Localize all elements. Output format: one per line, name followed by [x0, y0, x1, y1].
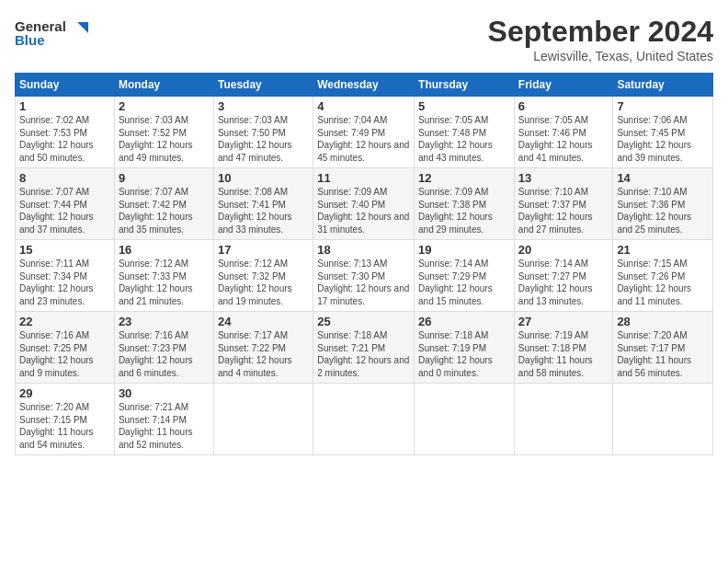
col-saturday: Saturday [613, 74, 713, 97]
table-row [213, 384, 313, 455]
col-tuesday: Tuesday [213, 74, 313, 97]
day-number: 18 [317, 243, 410, 257]
day-info: Sunrise: 7:20 AM Sunset: 7:17 PM Dayligh… [617, 329, 709, 379]
day-info: Sunrise: 7:02 AM Sunset: 7:53 PM Dayligh… [19, 114, 110, 164]
day-number: 26 [418, 315, 510, 328]
day-info: Sunrise: 7:10 AM Sunset: 7:37 PM Dayligh… [518, 186, 609, 236]
day-info: Sunrise: 7:14 AM Sunset: 7:27 PM Dayligh… [518, 258, 609, 307]
day-info: Sunrise: 7:03 AM Sunset: 7:50 PM Dayligh… [218, 114, 309, 164]
day-number: 25 [317, 315, 410, 328]
table-row: 21 Sunrise: 7:15 AM Sunset: 7:26 PM Dayl… [613, 240, 713, 312]
month-title: September 2024 [488, 15, 713, 49]
col-friday: Friday [514, 74, 613, 97]
day-number: 23 [119, 315, 210, 328]
table-row: 14 Sunrise: 7:10 AM Sunset: 7:36 PM Dayl… [613, 168, 713, 240]
day-number: 24 [218, 315, 309, 328]
day-info: Sunrise: 7:20 AM Sunset: 7:15 PM Dayligh… [19, 401, 110, 451]
table-row: 15 Sunrise: 7:11 AM Sunset: 7:34 PM Dayl… [16, 240, 115, 312]
day-number: 19 [418, 243, 510, 257]
day-info: Sunrise: 7:21 AM Sunset: 7:14 PM Dayligh… [119, 401, 210, 451]
day-number: 29 [19, 386, 110, 400]
day-number: 9 [119, 171, 210, 185]
day-number: 6 [518, 99, 609, 113]
day-info: Sunrise: 7:09 AM Sunset: 7:38 PM Dayligh… [418, 186, 510, 236]
location: Lewisville, Texas, United States [488, 49, 713, 63]
table-row [613, 384, 713, 455]
day-number: 3 [218, 99, 309, 113]
header: General Blue September 2024 Lewisville, … [15, 15, 713, 63]
table-row: 29 Sunrise: 7:20 AM Sunset: 7:15 PM Dayl… [16, 384, 115, 455]
table-row: 10 Sunrise: 7:08 AM Sunset: 7:41 PM Dayl… [213, 168, 313, 240]
day-info: Sunrise: 7:10 AM Sunset: 7:36 PM Dayligh… [617, 186, 709, 236]
day-info: Sunrise: 7:19 AM Sunset: 7:18 PM Dayligh… [518, 329, 609, 379]
day-info: Sunrise: 7:15 AM Sunset: 7:26 PM Dayligh… [617, 258, 709, 307]
table-row: 5 Sunrise: 7:05 AM Sunset: 7:48 PM Dayli… [415, 97, 515, 168]
calendar-week-row: 1 Sunrise: 7:02 AM Sunset: 7:53 PM Dayli… [16, 97, 713, 168]
day-info: Sunrise: 7:12 AM Sunset: 7:33 PM Dayligh… [119, 258, 210, 307]
day-number: 28 [617, 315, 709, 328]
col-monday: Monday [114, 74, 213, 97]
table-row [313, 384, 415, 455]
table-row: 26 Sunrise: 7:18 AM Sunset: 7:19 PM Dayl… [415, 312, 515, 384]
table-row: 8 Sunrise: 7:07 AM Sunset: 7:44 PM Dayli… [16, 168, 115, 240]
day-number: 11 [317, 171, 410, 185]
table-row: 24 Sunrise: 7:17 AM Sunset: 7:22 PM Dayl… [213, 312, 313, 384]
day-info: Sunrise: 7:04 AM Sunset: 7:49 PM Dayligh… [317, 114, 410, 164]
svg-marker-2 [77, 22, 88, 33]
table-row: 25 Sunrise: 7:18 AM Sunset: 7:21 PM Dayl… [313, 312, 415, 384]
table-row: 12 Sunrise: 7:09 AM Sunset: 7:38 PM Dayl… [415, 168, 515, 240]
table-row: 18 Sunrise: 7:13 AM Sunset: 7:30 PM Dayl… [313, 240, 415, 312]
day-info: Sunrise: 7:06 AM Sunset: 7:45 PM Dayligh… [617, 114, 709, 164]
day-number: 17 [218, 243, 309, 257]
day-number: 21 [617, 243, 709, 257]
table-row: 4 Sunrise: 7:04 AM Sunset: 7:49 PM Dayli… [313, 97, 415, 168]
day-info: Sunrise: 7:18 AM Sunset: 7:21 PM Dayligh… [317, 329, 410, 379]
svg-text:Blue: Blue [15, 32, 45, 48]
table-row: 22 Sunrise: 7:16 AM Sunset: 7:25 PM Dayl… [16, 312, 115, 384]
logo: General Blue [15, 15, 97, 52]
table-row [514, 384, 613, 455]
calendar-week-row: 15 Sunrise: 7:11 AM Sunset: 7:34 PM Dayl… [16, 240, 713, 312]
day-info: Sunrise: 7:11 AM Sunset: 7:34 PM Dayligh… [19, 258, 110, 307]
day-number: 10 [218, 171, 309, 185]
day-info: Sunrise: 7:03 AM Sunset: 7:52 PM Dayligh… [119, 114, 210, 164]
col-thursday: Thursday [415, 74, 515, 97]
day-info: Sunrise: 7:05 AM Sunset: 7:46 PM Dayligh… [518, 114, 609, 164]
day-info: Sunrise: 7:08 AM Sunset: 7:41 PM Dayligh… [218, 186, 309, 236]
day-number: 13 [518, 171, 609, 185]
calendar-table: Sunday Monday Tuesday Wednesday Thursday… [15, 73, 713, 455]
table-row: 7 Sunrise: 7:06 AM Sunset: 7:45 PM Dayli… [613, 97, 713, 168]
table-row: 11 Sunrise: 7:09 AM Sunset: 7:40 PM Dayl… [313, 168, 415, 240]
table-row: 23 Sunrise: 7:16 AM Sunset: 7:23 PM Dayl… [114, 312, 213, 384]
day-info: Sunrise: 7:16 AM Sunset: 7:23 PM Dayligh… [119, 329, 210, 379]
day-number: 27 [518, 315, 609, 328]
table-row: 3 Sunrise: 7:03 AM Sunset: 7:50 PM Dayli… [213, 97, 313, 168]
day-number: 15 [19, 243, 110, 257]
day-info: Sunrise: 7:09 AM Sunset: 7:40 PM Dayligh… [317, 186, 410, 236]
logo-icon: General Blue [15, 15, 97, 52]
calendar-week-row: 29 Sunrise: 7:20 AM Sunset: 7:15 PM Dayl… [16, 384, 713, 455]
day-number: 8 [19, 171, 110, 185]
day-info: Sunrise: 7:18 AM Sunset: 7:19 PM Dayligh… [418, 329, 510, 379]
day-number: 7 [617, 99, 709, 113]
table-row: 6 Sunrise: 7:05 AM Sunset: 7:46 PM Dayli… [514, 97, 613, 168]
day-number: 30 [119, 386, 210, 400]
table-row: 28 Sunrise: 7:20 AM Sunset: 7:17 PM Dayl… [613, 312, 713, 384]
day-info: Sunrise: 7:14 AM Sunset: 7:29 PM Dayligh… [418, 258, 510, 307]
day-info: Sunrise: 7:07 AM Sunset: 7:44 PM Dayligh… [19, 186, 110, 236]
day-info: Sunrise: 7:17 AM Sunset: 7:22 PM Dayligh… [218, 329, 309, 379]
table-row: 9 Sunrise: 7:07 AM Sunset: 7:42 PM Dayli… [114, 168, 213, 240]
day-info: Sunrise: 7:13 AM Sunset: 7:30 PM Dayligh… [317, 258, 410, 307]
table-row: 27 Sunrise: 7:19 AM Sunset: 7:18 PM Dayl… [514, 312, 613, 384]
table-row: 19 Sunrise: 7:14 AM Sunset: 7:29 PM Dayl… [415, 240, 515, 312]
table-row: 2 Sunrise: 7:03 AM Sunset: 7:52 PM Dayli… [114, 97, 213, 168]
day-info: Sunrise: 7:16 AM Sunset: 7:25 PM Dayligh… [19, 329, 110, 379]
day-number: 5 [418, 99, 510, 113]
day-info: Sunrise: 7:07 AM Sunset: 7:42 PM Dayligh… [119, 186, 210, 236]
table-row: 13 Sunrise: 7:10 AM Sunset: 7:37 PM Dayl… [514, 168, 613, 240]
col-sunday: Sunday [16, 74, 115, 97]
table-row: 30 Sunrise: 7:21 AM Sunset: 7:14 PM Dayl… [114, 384, 213, 455]
title-block: September 2024 Lewisville, Texas, United… [488, 15, 713, 63]
day-number: 2 [119, 99, 210, 113]
calendar-week-row: 8 Sunrise: 7:07 AM Sunset: 7:44 PM Dayli… [16, 168, 713, 240]
